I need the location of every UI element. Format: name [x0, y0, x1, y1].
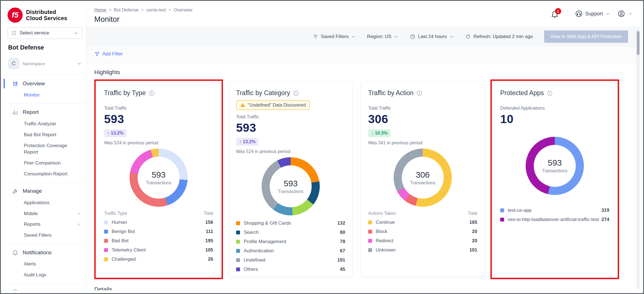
arrow-up-icon: ↑ [239, 139, 241, 144]
legend-item-search[interactable]: Search80 [236, 228, 345, 237]
refresh-button[interactable]: Refresh: Updated 2 min ago [465, 34, 533, 39]
legend-item-shopping-gift-cards[interactable]: Shopping & Gift Cards132 [236, 218, 345, 228]
support-menu[interactable]: Support [575, 10, 610, 18]
legend-item-undefined[interactable]: Undefined191 [236, 255, 345, 265]
sidebar-item-bad-bot-report[interactable]: Bad Bot Report [4, 130, 86, 140]
legend-header: Traffic TypeTotal [104, 210, 213, 218]
arrow-down-icon: ↓ [371, 131, 373, 136]
arrow-up-icon: ↑ [107, 131, 109, 136]
info-icon [12, 289, 18, 290]
donut-chart[interactable]: 593Transactions [130, 149, 188, 207]
saved-filters-label: Saved Filters [321, 34, 349, 39]
legend-item-unknown[interactable]: Unknown101 [368, 245, 477, 255]
page-title: Monitor [94, 15, 192, 24]
donut-center-value: 593 [152, 170, 166, 180]
sidebar-subitem-label: Audit Logs [24, 272, 81, 278]
card-title: Traffic by Category [236, 89, 290, 97]
legend-item-benign-bot[interactable]: Benign Bot111 [104, 227, 213, 236]
undefined-data-warning-pill[interactable]: "Undefined" Data Discovered [236, 100, 310, 110]
legend-swatch [368, 239, 372, 243]
card-traffic-by-type: Traffic by TypeTotal Traffic593↑13.2%Was… [97, 82, 221, 277]
scrollbar-thumb[interactable] [637, 31, 640, 55]
legend-item-authentication[interactable]: Authentication67 [236, 246, 345, 255]
breadcrumb-home[interactable]: Home [94, 8, 106, 13]
brand-line1: Distributed [26, 9, 67, 15]
highlights-cards: Traffic by TypeTotal Traffic593↑13.2%Was… [86, 79, 640, 279]
sidebar-item-protection-coverage-report[interactable]: Protection Coverage Report [4, 140, 86, 158]
info-icon[interactable] [293, 90, 299, 96]
sidebar-item-consumption-report[interactable]: Consumption Report [4, 169, 86, 180]
breadcrumb-bot-defense[interactable]: Bot Defense [114, 8, 138, 13]
legend-item-others[interactable]: Others45 [236, 265, 345, 274]
sidebar-item-applications[interactable]: Applications [4, 197, 86, 208]
saved-filters-dropdown[interactable]: Saved Filters [313, 34, 356, 39]
info-icon[interactable] [149, 90, 155, 96]
change-badge: ↑13.2% [236, 138, 258, 146]
legend: Actions TakenTotalContinue165Block20Redi… [368, 210, 477, 255]
sidebar-item-peer-comparison[interactable]: Peer Comparison [4, 158, 86, 169]
sidebar-subitem-label: Reports [24, 221, 77, 228]
donut-chart[interactable]: 593Transactions [526, 137, 584, 195]
sidebar-item-overview[interactable]: Overview [4, 77, 86, 90]
notifications-bell-button[interactable]: 1 [551, 10, 560, 19]
main-area: Home > Bot Defense > carrie-test > Overv… [86, 4, 640, 290]
sidebar-item-audit-logs[interactable]: Audit Logs [4, 270, 86, 281]
legend-swatch [104, 239, 108, 243]
donut-center-value: 593 [284, 179, 298, 188]
sidebar-item-workspace-info[interactable]: Workspace Info [4, 286, 86, 290]
chevron-down-icon [605, 11, 610, 16]
add-filter-button[interactable]: Add Filter [94, 51, 123, 57]
legend-item-block[interactable]: Block20 [368, 227, 477, 236]
legend-value: 132 [337, 220, 345, 226]
legend-swatch [368, 248, 372, 252]
legend-value: 111 [206, 229, 213, 234]
sidebar-nav: OverviewMonitorReportTraffic AnalyzerBad… [4, 75, 86, 290]
details-heading: Details [86, 283, 640, 290]
legend-item-challenged[interactable]: Challenged26 [104, 255, 213, 264]
legend-item-test-us-app[interactable]: test-us-app319 [500, 206, 609, 215]
legend-value: 20 [472, 238, 477, 244]
breadcrumb-namespace[interactable]: carrie-test [146, 8, 166, 13]
sidebar-item-reports[interactable]: Reports [4, 219, 86, 230]
chevron-down-icon [628, 11, 633, 16]
legend-item-profile-management[interactable]: Profile Management78 [236, 237, 345, 246]
account-menu[interactable] [617, 10, 633, 18]
legend-label: Search [244, 230, 340, 235]
region-dropdown[interactable]: Region: US [367, 34, 399, 39]
sidebar-item-alerts[interactable]: Alerts [4, 259, 86, 270]
previous-period-text: Was 341 in previous period [368, 140, 477, 145]
breadcrumb-overview[interactable]: Overview [174, 8, 192, 13]
legend-item-continue[interactable]: Continue165 [368, 218, 477, 227]
legend-item-redirect[interactable]: Redirect20 [368, 236, 477, 245]
sidebar-item-report[interactable]: Report [4, 106, 86, 119]
stat-label: Defended Applications [500, 106, 609, 111]
change-value: 13.2% [111, 131, 123, 136]
sidebar-item-traffic-analyzer[interactable]: Traffic Analyzer [4, 119, 86, 130]
namespace-selector[interactable]: C Namespace [4, 56, 86, 75]
legend-value: 191 [337, 257, 345, 263]
donut-chart-area: 593Transactions [236, 154, 345, 218]
info-icon[interactable] [416, 90, 422, 96]
sidebar-item-manage[interactable]: Manage [4, 185, 86, 197]
legend-label: Bad Bot [112, 238, 205, 244]
vertical-scrollbar[interactable] [636, 30, 640, 289]
sidebar-item-monitor[interactable]: Monitor [4, 90, 86, 101]
view-in-waap-button[interactable]: View in Web App & API Protection [544, 30, 628, 43]
info-icon[interactable] [547, 90, 553, 96]
legend-value: 78 [340, 239, 345, 244]
sidebar-item-notifications[interactable]: Notifications [4, 246, 86, 259]
sidebar-item-mobile[interactable]: Mobile [4, 208, 86, 219]
brand-name: Distributed Cloud Services [26, 9, 67, 22]
legend-item-telemetry-client[interactable]: Telemetry Client105 [104, 245, 213, 255]
donut-center-label: Transactions [278, 189, 304, 194]
donut-chart[interactable]: 306Transactions [394, 149, 452, 207]
time-range-dropdown[interactable]: Last 24 hours [410, 34, 454, 39]
legend-item-bad-bot[interactable]: Bad Bot195 [104, 236, 213, 245]
legend-label: Benign Bot [112, 229, 206, 234]
donut-chart[interactable]: 593Transactions [262, 157, 320, 215]
sidebar-item-saved-filters[interactable]: Saved Filters [4, 230, 86, 241]
donut-center: 306Transactions [402, 157, 444, 199]
service-selector[interactable]: Select service [8, 27, 82, 39]
legend-item-ves-io-http-loadbalancer-artificial-traffic-test[interactable]: ves-io-http-loadbalancer-artificial-traf… [500, 215, 609, 224]
legend-item-human[interactable]: Human156 [104, 218, 213, 227]
